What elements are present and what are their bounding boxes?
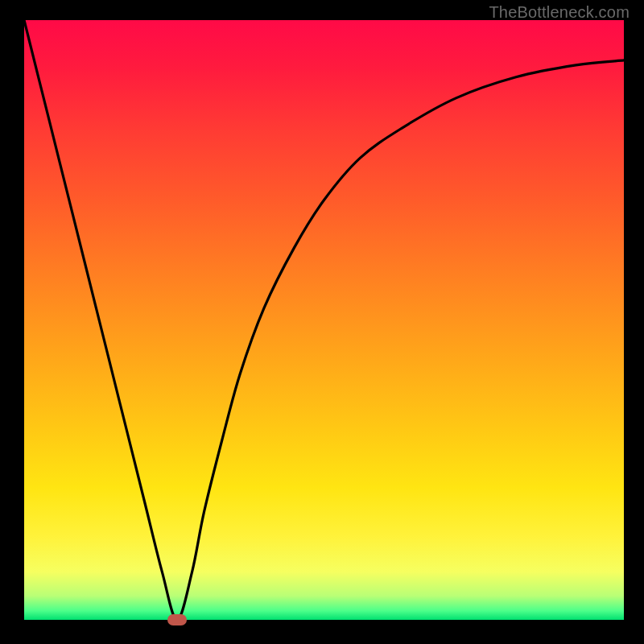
bottleneck-curve xyxy=(24,20,624,620)
curve-svg xyxy=(24,20,624,620)
minimum-marker xyxy=(167,614,187,625)
chart-frame: TheBottleneck.com xyxy=(0,0,644,644)
plot-area xyxy=(24,20,624,620)
watermark-text: TheBottleneck.com xyxy=(489,3,630,22)
